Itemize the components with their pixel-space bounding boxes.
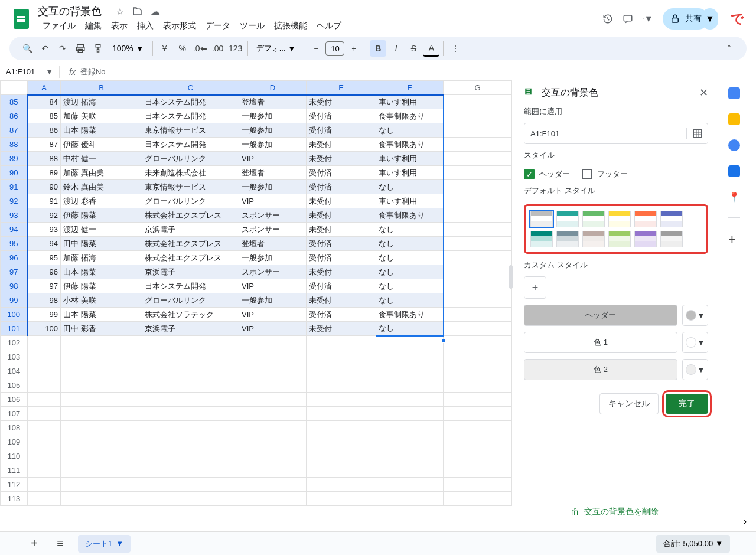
collapse-toolbar-icon[interactable]: ˄ bbox=[721, 40, 737, 57]
currency-button[interactable]: ¥ bbox=[157, 40, 173, 57]
menu-extensions[interactable]: 拡張機能 bbox=[269, 18, 312, 34]
undo-icon[interactable]: ↶ bbox=[37, 40, 53, 57]
style-swatch-orange[interactable] bbox=[634, 211, 657, 227]
italic-button[interactable]: I bbox=[387, 40, 404, 57]
range-input[interactable]: A1:F101 bbox=[524, 129, 686, 138]
status-chip[interactable]: 合計: 5,050.00 ▼ bbox=[656, 535, 730, 553]
style-swatch-purple[interactable] bbox=[634, 231, 657, 247]
color1-label: 色 1 bbox=[524, 332, 677, 353]
menu-view[interactable]: 表示 bbox=[106, 18, 132, 34]
svg-rect-0 bbox=[624, 15, 632, 21]
meet-icon[interactable]: ▼ bbox=[643, 14, 653, 24]
range-picker-icon[interactable] bbox=[686, 128, 708, 139]
style-swatch-teal2[interactable] bbox=[530, 231, 553, 247]
title-bar: 交互の背景色 ☆ ☁ ファイル 編集 表示 挿入 表示形式 データ ツール 拡張… bbox=[0, 0, 756, 33]
hide-rail-icon[interactable]: › bbox=[744, 516, 747, 527]
keep-icon[interactable] bbox=[728, 113, 740, 125]
alternating-colors-panel: 交互の背景色 ✕ 範囲に適用 A1:F101 スタイル ✓ヘッダー フッター デ… bbox=[514, 77, 718, 542]
svg-rect-7 bbox=[693, 129, 702, 138]
formula-input[interactable]: 登録No bbox=[80, 67, 106, 77]
print-icon[interactable] bbox=[72, 40, 89, 57]
fontsize-input[interactable]: 10 bbox=[325, 41, 344, 56]
style-swatch-yellow[interactable] bbox=[608, 211, 631, 227]
spreadsheet-grid[interactable]: ABCDEFG8584渡辺 拓海日本システム開発登壇者未受付車いす利用8685加… bbox=[0, 80, 514, 542]
footer-checkbox[interactable]: フッター bbox=[582, 169, 628, 179]
calendar-icon[interactable] bbox=[728, 87, 740, 99]
fill-icon bbox=[524, 86, 535, 99]
header-color-picker[interactable]: ▼ bbox=[682, 305, 708, 326]
selection-handle[interactable] bbox=[442, 339, 446, 343]
sheets-logo[interactable] bbox=[9, 7, 33, 31]
contacts-icon[interactable] bbox=[728, 165, 740, 177]
star-icon[interactable]: ☆ bbox=[115, 6, 125, 17]
percent-button[interactable]: % bbox=[174, 40, 191, 57]
trash-icon: 🗑 bbox=[571, 507, 579, 517]
style-swatch-grey[interactable] bbox=[530, 211, 553, 227]
increase-decimal-icon[interactable]: .00 bbox=[210, 40, 226, 57]
decrease-decimal-icon[interactable]: .0⬅ bbox=[192, 40, 208, 57]
strike-button[interactable]: S bbox=[405, 40, 422, 57]
menu-bar: ファイル 編集 表示 挿入 表示形式 データ ツール 拡張機能 ヘルプ bbox=[38, 18, 356, 34]
menu-data[interactable]: データ bbox=[201, 18, 235, 34]
color1-picker[interactable]: ▼ bbox=[682, 332, 708, 353]
comment-icon[interactable] bbox=[623, 14, 633, 24]
more-icon[interactable]: ⋮ bbox=[447, 40, 464, 57]
tasks-icon[interactable] bbox=[728, 139, 740, 151]
fx-icon: fx bbox=[69, 67, 76, 77]
style-swatch-blue[interactable] bbox=[660, 211, 683, 227]
decrease-fontsize-icon[interactable]: − bbox=[308, 40, 324, 57]
close-icon[interactable]: ✕ bbox=[699, 86, 708, 99]
color2-label: 色 2 bbox=[524, 359, 677, 380]
add-custom-style-button[interactable]: + bbox=[524, 276, 546, 299]
color2-picker[interactable]: ▼ bbox=[682, 359, 708, 380]
default-styles-highlight bbox=[524, 204, 708, 254]
textcolor-button[interactable]: A bbox=[423, 40, 439, 57]
zoom-select[interactable]: 100% ▼ bbox=[107, 44, 149, 53]
paint-format-icon[interactable] bbox=[90, 40, 106, 57]
menu-help[interactable]: ヘルプ bbox=[312, 18, 346, 34]
name-box[interactable]: A1:F101 ▼ bbox=[6, 67, 53, 76]
vertical-scrollbar[interactable] bbox=[509, 265, 513, 289]
style-swatch-green[interactable] bbox=[582, 211, 605, 227]
increase-fontsize-icon[interactable]: + bbox=[346, 40, 362, 57]
share-label: 共有 bbox=[685, 14, 702, 24]
search-icon[interactable]: 🔍 bbox=[19, 40, 35, 57]
style-swatch-grey3[interactable] bbox=[660, 231, 683, 247]
right-rail: 📍 + bbox=[718, 80, 751, 542]
custom-styles-label: カスタム スタイル bbox=[524, 260, 708, 270]
style-swatch-brown[interactable] bbox=[582, 231, 605, 247]
menu-file[interactable]: ファイル bbox=[38, 18, 80, 34]
style-label: スタイル bbox=[524, 150, 708, 161]
history-icon[interactable] bbox=[602, 14, 613, 24]
header-checkbox[interactable]: ✓ヘッダー bbox=[524, 169, 570, 179]
apply-range-label: 範囲に適用 bbox=[524, 106, 708, 117]
all-sheets-icon[interactable]: ≡ bbox=[52, 536, 69, 552]
style-swatch-lime[interactable] bbox=[608, 231, 631, 247]
menu-insert[interactable]: 挿入 bbox=[132, 18, 158, 34]
menu-edit[interactable]: 編集 bbox=[80, 18, 106, 34]
remove-alternating-link[interactable]: 🗑 交互の背景色を削除 bbox=[514, 497, 715, 527]
header-color-label: ヘッダー bbox=[524, 305, 677, 326]
document-title[interactable]: 交互の背景色 bbox=[38, 4, 102, 18]
add-addon-icon[interactable]: + bbox=[728, 232, 740, 244]
share-dropdown[interactable]: ▼ bbox=[702, 8, 718, 30]
account-avatar[interactable]: で bbox=[728, 9, 747, 28]
format-123-button[interactable]: 123 bbox=[227, 40, 244, 57]
sheet-tab-active[interactable]: シート1 ▼ bbox=[78, 535, 131, 553]
style-swatch-teal[interactable] bbox=[556, 211, 579, 227]
menu-format[interactable]: 表示形式 bbox=[158, 18, 201, 34]
cancel-button[interactable]: キャンセル bbox=[599, 393, 659, 414]
redo-icon[interactable]: ↷ bbox=[54, 40, 71, 57]
style-swatch-grey2[interactable] bbox=[556, 231, 579, 247]
menu-tools[interactable]: ツール bbox=[235, 18, 269, 34]
done-button[interactable]: 完了 bbox=[666, 394, 708, 414]
bold-button[interactable]: B bbox=[370, 40, 386, 57]
font-select[interactable]: デフォ... ▼ bbox=[252, 43, 301, 54]
default-styles-label: デフォルト スタイル bbox=[524, 185, 708, 196]
toolbar: 🔍 ↶ ↷ 100% ▼ ¥ % .0⬅ .00 123 デフォ... ▼ − … bbox=[9, 37, 747, 60]
maps-icon[interactable]: 📍 bbox=[728, 191, 740, 203]
cloud-icon[interactable]: ☁ bbox=[150, 6, 161, 17]
add-sheet-icon[interactable]: + bbox=[26, 536, 43, 552]
move-icon[interactable] bbox=[132, 6, 143, 17]
svg-rect-2 bbox=[672, 18, 679, 23]
